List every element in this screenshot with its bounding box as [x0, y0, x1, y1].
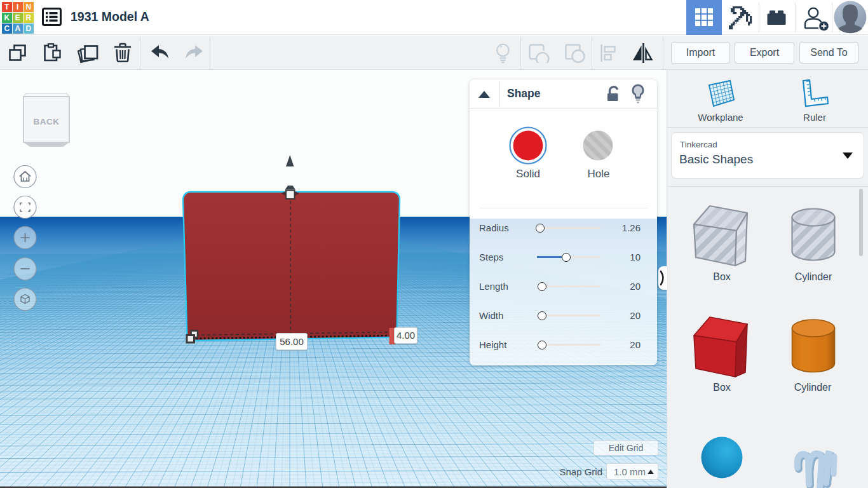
svg-text:BACK: BACK	[34, 117, 60, 126]
